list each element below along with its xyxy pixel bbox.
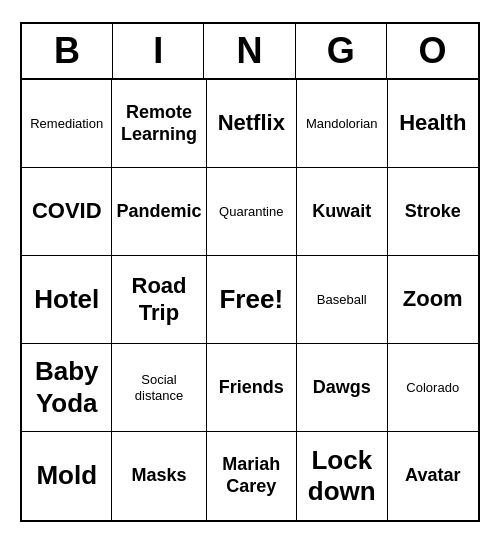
- bingo-cell: Mariah Carey: [207, 432, 297, 520]
- cell-text: Mandolorian: [306, 116, 378, 132]
- cell-text: Mariah Carey: [222, 454, 280, 497]
- cell-text: Baseball: [317, 292, 367, 308]
- bingo-cell: Friends: [207, 344, 297, 432]
- cell-text: Masks: [131, 465, 186, 487]
- bingo-cell: Avatar: [388, 432, 479, 520]
- cell-text: Stroke: [405, 201, 461, 223]
- bingo-cell: Hotel: [22, 256, 112, 344]
- bingo-cell: Road Trip: [112, 256, 206, 344]
- cell-text: Hotel: [34, 284, 99, 315]
- cell-text: Road Trip: [132, 273, 187, 326]
- bingo-cell: Free!: [207, 256, 297, 344]
- bingo-cell: Mandolorian: [297, 80, 387, 168]
- bingo-cell: Social distance: [112, 344, 206, 432]
- bingo-cell: Health: [388, 80, 479, 168]
- bingo-cell: Stroke: [388, 168, 479, 256]
- cell-text: Colorado: [406, 380, 459, 396]
- bingo-cell: Pandemic: [112, 168, 206, 256]
- cell-text: Free!: [219, 284, 283, 315]
- bingo-cell: Remote Learning: [112, 80, 206, 168]
- cell-text: Remote Learning: [121, 102, 197, 145]
- cell-text: Friends: [219, 377, 284, 399]
- cell-text: Remediation: [30, 116, 103, 132]
- cell-text: Pandemic: [116, 201, 201, 223]
- cell-text: Baby Yoda: [35, 356, 99, 418]
- header-letter: G: [296, 24, 387, 78]
- cell-text: Quarantine: [219, 204, 283, 220]
- bingo-cell: Kuwait: [297, 168, 387, 256]
- bingo-cell: Quarantine: [207, 168, 297, 256]
- bingo-cell: Dawgs: [297, 344, 387, 432]
- cell-text: Lock down: [308, 445, 376, 507]
- cell-text: Avatar: [405, 465, 460, 487]
- cell-text: Netflix: [218, 110, 285, 136]
- header-letter: N: [204, 24, 295, 78]
- cell-text: Health: [399, 110, 466, 136]
- cell-text: Zoom: [403, 286, 463, 312]
- bingo-cell: Masks: [112, 432, 206, 520]
- cell-text: Mold: [36, 460, 97, 491]
- cell-text: COVID: [32, 198, 102, 224]
- bingo-cell: Baseball: [297, 256, 387, 344]
- header-letter: I: [113, 24, 204, 78]
- cell-text: Social distance: [135, 372, 183, 403]
- bingo-cell: Remediation: [22, 80, 112, 168]
- bingo-header: BINGO: [22, 24, 478, 80]
- cell-text: Kuwait: [312, 201, 371, 223]
- header-letter: O: [387, 24, 478, 78]
- bingo-cell: Colorado: [388, 344, 479, 432]
- bingo-cell: Mold: [22, 432, 112, 520]
- bingo-grid: RemediationRemote LearningNetflixMandolo…: [22, 80, 478, 520]
- bingo-card: BINGO RemediationRemote LearningNetflixM…: [20, 22, 480, 522]
- header-letter: B: [22, 24, 113, 78]
- bingo-cell: Lock down: [297, 432, 387, 520]
- bingo-cell: Zoom: [388, 256, 479, 344]
- bingo-cell: Netflix: [207, 80, 297, 168]
- bingo-cell: COVID: [22, 168, 112, 256]
- bingo-cell: Baby Yoda: [22, 344, 112, 432]
- cell-text: Dawgs: [313, 377, 371, 399]
